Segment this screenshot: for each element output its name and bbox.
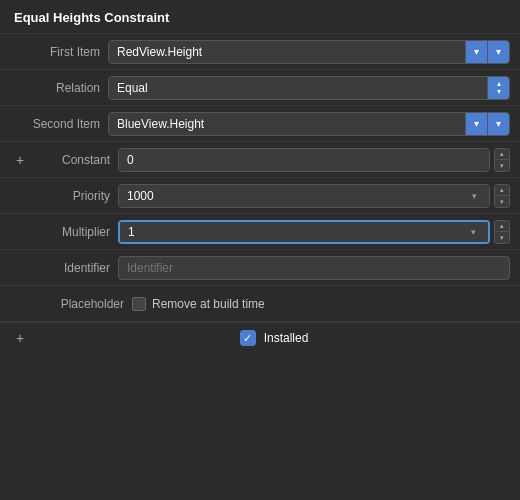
installed-checkbox[interactable]: ✓ xyxy=(240,330,256,346)
priority-label: Priority xyxy=(34,189,110,203)
multiplier-text: 1 xyxy=(128,225,135,239)
priority-stepper[interactable]: ▴ ▾ xyxy=(494,184,510,208)
constant-value: 0 xyxy=(119,149,489,171)
identifier-label: Identifier xyxy=(34,261,110,275)
first-item-value: RedView.Height xyxy=(109,41,465,63)
second-item-blue-btn[interactable]: ▾ xyxy=(487,113,509,135)
first-item-content: RedView.Height ▾ ▾ xyxy=(108,40,510,64)
first-item-row: First Item RedView.Height ▾ ▾ xyxy=(0,34,520,70)
second-item-value: BlueView.Height xyxy=(109,113,465,135)
placeholder-label: Placeholder xyxy=(34,297,124,311)
relation-value: Equal xyxy=(109,77,487,99)
first-item-chevron-icon: ▾ xyxy=(496,46,501,57)
multiplier-row: Multiplier 1 ▾ ▴ ▾ xyxy=(0,214,520,250)
constant-content: 0 ▴ ▾ xyxy=(118,148,510,172)
multiplier-dropdown[interactable]: 1 ▾ xyxy=(118,220,490,244)
priority-value: 1000 ▾ xyxy=(119,185,489,207)
installed-checkmark-icon: ✓ xyxy=(243,332,252,345)
placeholder-checkbox-label: Remove at build time xyxy=(152,297,265,311)
constant-row: + Constant 0 ▴ ▾ xyxy=(0,142,520,178)
installed-label: Installed xyxy=(264,331,309,345)
priority-stepper-up[interactable]: ▴ xyxy=(495,185,509,197)
priority-stepper-down[interactable]: ▾ xyxy=(495,196,509,207)
placeholder-checkbox-row: Remove at build time xyxy=(132,297,510,311)
priority-content: 1000 ▾ ▴ ▾ xyxy=(118,184,510,208)
second-item-row: Second Item BlueView.Height ▾ ▾ xyxy=(0,106,520,142)
constant-dropdown[interactable]: 0 xyxy=(118,148,490,172)
multiplier-label: Multiplier xyxy=(34,225,110,239)
multiplier-content: 1 ▾ ▴ ▾ xyxy=(118,220,510,244)
second-item-chevron-icon: ▾ xyxy=(496,118,501,129)
installed-row: + ✓ Installed xyxy=(0,322,520,353)
panel-title: Equal Heights Constraint xyxy=(0,0,520,34)
relation-chevron-down-icon: ▾ xyxy=(497,88,501,96)
constraint-panel: Equal Heights Constraint First Item RedV… xyxy=(0,0,520,353)
first-item-arrow-icon: ▾ xyxy=(474,46,479,57)
relation-up-btn[interactable]: ▴ ▾ xyxy=(487,77,509,99)
constant-stepper-down[interactable]: ▾ xyxy=(495,160,509,171)
identifier-row: Identifier xyxy=(0,250,520,286)
second-item-dropdown[interactable]: BlueView.Height ▾ ▾ xyxy=(108,112,510,136)
installed-center: ✓ Installed xyxy=(38,330,510,346)
priority-dropdown[interactable]: 1000 ▾ xyxy=(118,184,490,208)
multiplier-value: 1 ▾ xyxy=(120,222,488,242)
placeholder-content: Remove at build time xyxy=(132,297,510,311)
second-item-arrow-btn[interactable]: ▾ xyxy=(465,113,487,135)
second-item-label: Second Item xyxy=(10,117,100,131)
identifier-content xyxy=(118,256,510,280)
placeholder-row: Placeholder Remove at build time xyxy=(0,286,520,322)
relation-content: Equal ▴ ▾ xyxy=(108,76,510,100)
constant-label: Constant xyxy=(34,153,110,167)
second-item-arrow-icon: ▾ xyxy=(474,118,479,129)
relation-row: Relation Equal ▴ ▾ xyxy=(0,70,520,106)
second-item-content: BlueView.Height ▾ ▾ xyxy=(108,112,510,136)
placeholder-checkbox[interactable] xyxy=(132,297,146,311)
priority-row: Priority 1000 ▾ ▴ ▾ xyxy=(0,178,520,214)
constant-stepper[interactable]: ▴ ▾ xyxy=(494,148,510,172)
multiplier-inner-arrow-icon: ▾ xyxy=(471,227,480,237)
relation-label: Relation xyxy=(10,81,100,95)
multiplier-stepper-down[interactable]: ▾ xyxy=(495,232,509,243)
priority-inner-arrow-icon: ▾ xyxy=(472,191,481,201)
multiplier-stepper-up[interactable]: ▴ xyxy=(495,221,509,233)
first-item-label: First Item xyxy=(10,45,100,59)
constant-stepper-up[interactable]: ▴ xyxy=(495,149,509,161)
first-item-arrow-btn[interactable]: ▾ xyxy=(465,41,487,63)
relation-dropdown[interactable]: Equal ▴ ▾ xyxy=(108,76,510,100)
installed-plus-icon[interactable]: + xyxy=(10,330,30,346)
first-item-dropdown[interactable]: RedView.Height ▾ ▾ xyxy=(108,40,510,64)
identifier-input[interactable] xyxy=(118,256,510,280)
priority-text: 1000 xyxy=(127,189,154,203)
multiplier-stepper[interactable]: ▴ ▾ xyxy=(494,220,510,244)
constant-plus-icon[interactable]: + xyxy=(10,152,30,168)
first-item-blue-btn[interactable]: ▾ xyxy=(487,41,509,63)
